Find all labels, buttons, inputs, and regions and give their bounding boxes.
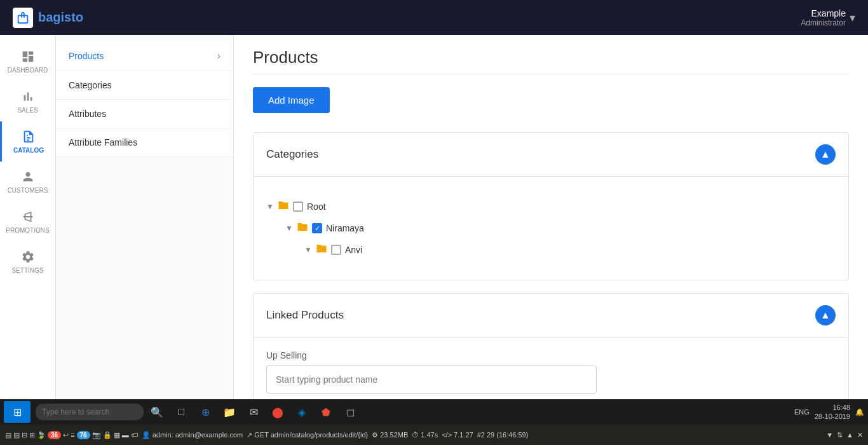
brand-logo[interactable]: bagisto <box>13 8 83 28</box>
taskbar-right: ENG 16:48 28-10-2019 🔔 <box>794 403 864 421</box>
admin-email: admin@example.com <box>175 431 243 439</box>
taskbar-lang: ENG <box>794 408 810 416</box>
php-icon: </> <box>442 431 452 439</box>
devtools-icon-4: ⊞ <box>29 431 35 439</box>
sidebar-item-settings[interactable]: SETTINGS <box>0 242 55 282</box>
devtools-bar: ▤ ▤ ⊟ ⊞ 🍃 36 ↩ ≡ 76 📷 🔒 ▦ ▬ 🏷 👤 admin: a… <box>0 425 868 445</box>
windows-start-button[interactable]: ⊞ <box>4 401 31 423</box>
root-arrow[interactable]: ▼ <box>266 202 274 211</box>
anvi-checkbox[interactable] <box>331 245 341 255</box>
taskbar-app2-icon[interactable]: ⬟ <box>315 401 337 423</box>
sidebar-item-sales[interactable]: SALES <box>0 81 55 121</box>
memory-value: 23.52MB <box>380 431 408 439</box>
submenu-attributes[interactable]: Attributes <box>56 100 233 128</box>
linked-products-toggle[interactable]: ▲ <box>815 305 836 325</box>
taskbar-browser-icon[interactable]: ◻ <box>339 401 361 423</box>
dashboard-label: DASHBOARD <box>8 67 48 74</box>
niramaya-label: Niramaya <box>326 223 364 233</box>
taskbar-cortana-icon[interactable]: 🔍 <box>146 401 168 423</box>
categories-toggle[interactable]: ▲ <box>815 144 836 165</box>
submenu-attribute-families-label: Attribute Families <box>69 137 137 147</box>
memory-icon: ⚙ <box>372 431 378 439</box>
devtools-icon-8: 📷 <box>92 431 101 439</box>
sidebar-item-promotions[interactable]: PROMOTIONS <box>0 202 55 242</box>
build-value: #2 29 (16:46:59) <box>477 431 529 439</box>
user-menu[interactable]: Example Administrator ▾ <box>801 8 855 27</box>
promotions-label: PROMOTIONS <box>6 227 49 234</box>
tree-item-niramaya: ▼ ✓ Niramaya <box>266 217 836 239</box>
php-version: 7.1.27 <box>454 431 473 439</box>
tree-item-anvi: ▼ Anvi <box>266 239 836 261</box>
route-value: GET admin/catalog/products/edit/{id} <box>254 431 368 439</box>
windows-search[interactable] <box>36 404 144 420</box>
niramaya-arrow[interactable]: ▼ <box>285 224 293 233</box>
devtools-arrow-up-down[interactable]: ⇅ <box>837 431 843 439</box>
devtools-arrow-down[interactable]: ▼ <box>826 431 833 439</box>
devtools-icons: ▤ ▤ ⊟ ⊞ 🍃 36 ↩ ≡ 76 📷 🔒 ▦ ▬ 🏷 <box>5 431 138 439</box>
user-info: Example Administrator <box>801 8 846 27</box>
categories-body: ▼ Root ▼ ✓ Niramaya <box>254 177 848 280</box>
devtools-icon-11: ▬ <box>122 431 129 439</box>
user-role: Administrator <box>801 18 846 27</box>
devtools-icon-9: 🔒 <box>103 431 112 439</box>
submenu-categories[interactable]: Categories <box>56 71 233 100</box>
devtools-icon-1: ▤ <box>5 431 11 439</box>
sidebar-item-customers[interactable]: CUSTOMERS <box>0 161 55 202</box>
linked-products-header: Linked Products ▲ <box>254 294 848 338</box>
submenu-attribute-families[interactable]: Attribute Families <box>56 128 233 157</box>
user-name: Example <box>801 8 846 18</box>
taskbar-vscode-icon[interactable]: ◈ <box>291 401 313 423</box>
devtools-build: #2 29 (16:46:59) <box>477 431 529 439</box>
up-selling-input[interactable] <box>266 366 597 394</box>
submenu-products[interactable]: Products › <box>56 41 233 71</box>
submenu-categories-label: Categories <box>69 80 112 90</box>
sales-icon <box>20 89 36 104</box>
taskbar-explorer-icon[interactable]: 📁 <box>219 401 240 423</box>
devtools-memory: ⚙ 23.52MB <box>372 431 408 439</box>
sidebar-item-catalog[interactable]: CATALOG <box>0 121 55 161</box>
time-value: 1.47s <box>421 431 438 439</box>
page-title: Products <box>253 35 849 74</box>
settings-label: SETTINGS <box>11 267 43 274</box>
admin-icon: 👤 <box>142 431 151 439</box>
taskbar-mail-icon[interactable]: ✉ <box>243 401 264 423</box>
submenu-products-label: Products <box>69 51 104 61</box>
catalog-submenu: Products › Categories Attributes Attribu… <box>56 35 234 426</box>
promotions-icon <box>20 209 36 224</box>
devtools-arrow-up[interactable]: ▲ <box>846 431 853 439</box>
devtools-close[interactable]: ✕ <box>857 431 863 439</box>
anvi-arrow[interactable]: ▼ <box>304 245 312 254</box>
route-icon: ↗ <box>247 431 252 439</box>
devtools-route: ↗ GET admin/catalog/products/edit/{id} <box>247 431 368 439</box>
admin-label: admin: <box>153 431 173 439</box>
time-icon: ⏱ <box>412 431 419 439</box>
devtools-time: ⏱ 1.47s <box>412 431 438 439</box>
root-checkbox[interactable] <box>293 202 303 212</box>
devtools-icon-5: 🍃 <box>37 431 46 439</box>
devtools-icon-2: ▤ <box>13 431 20 439</box>
niramaya-checkbox[interactable]: ✓ <box>312 223 322 233</box>
root-folder-icon <box>278 200 289 214</box>
taskbar-task-view-icon[interactable]: □ <box>170 401 192 423</box>
add-image-button[interactable]: Add Image <box>253 87 330 113</box>
category-tree: ▼ Root ▼ ✓ Niramaya <box>266 189 836 267</box>
customers-icon <box>20 169 36 184</box>
taskbar-edge-icon[interactable]: ⊕ <box>194 401 216 423</box>
dropdown-icon: ▾ <box>850 11 855 25</box>
devtools-icon-7: ≡ <box>71 431 74 439</box>
anvi-folder-icon <box>316 243 327 257</box>
devtools-icon-12: 🏷 <box>131 431 138 439</box>
categories-section: Categories ▲ ▼ Root ▼ <box>253 132 849 280</box>
dashboard-icon <box>20 49 36 64</box>
sidebar-item-dashboard[interactable]: DASHBOARD <box>0 41 55 81</box>
catalog-label: CATALOG <box>13 147 44 154</box>
main-layout: DASHBOARD SALES CATALOG CUSTOMERS PROMOT… <box>0 35 868 426</box>
windows-taskbar: ⊞ 🔍 □ ⊕ 📁 ✉ ⬤ ◈ ⬟ ◻ ENG 16:48 28-10-2019… <box>0 399 868 425</box>
notification-icon[interactable]: 🔔 <box>855 408 864 416</box>
root-label: Root <box>307 202 326 212</box>
tree-item-root: ▼ Root <box>266 196 836 217</box>
niramaya-folder-icon <box>297 221 308 235</box>
catalog-icon <box>21 129 36 144</box>
taskbar-chrome-icon[interactable]: ⬤ <box>267 401 288 423</box>
devtools-icon-3: ⊟ <box>22 431 27 439</box>
